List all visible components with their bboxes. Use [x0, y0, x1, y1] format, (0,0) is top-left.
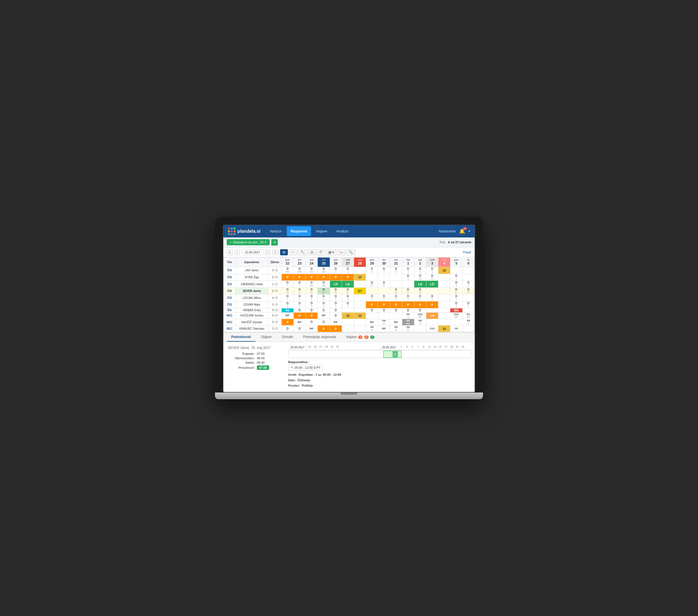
td-cell[interactable]: D1: [293, 281, 305, 288]
td-cell[interactable]: D3: [462, 281, 474, 288]
td-cell[interactable]: D10BR: [414, 312, 426, 319]
td-cell-empty[interactable]: [462, 326, 474, 332]
td-cell-empty[interactable]: [438, 281, 450, 288]
view-tool-button[interactable]: 🔧: [298, 249, 307, 255]
td-cell[interactable]: D: [402, 308, 414, 312]
td-cell-num[interactable]: 10: [438, 267, 450, 274]
td-cell[interactable]: D3: [402, 267, 414, 274]
td-cell-10[interactable]: 10: [342, 312, 354, 319]
td-emp-kaucic[interactable]: KAUČIČ Damjan: [236, 319, 268, 326]
td-cell-p[interactable]: P: [378, 301, 390, 309]
td-cell-empty[interactable]: [426, 308, 438, 312]
prev-button[interactable]: ‹: [235, 249, 240, 255]
td-cell-empty[interactable]: [354, 326, 366, 332]
td-cell[interactable]: D2: [281, 295, 293, 301]
nav-najave[interactable]: Najave: [312, 226, 331, 236]
nav-user-dropdown[interactable]: ▾: [469, 229, 470, 233]
view-clock-button[interactable]: ⏱: [317, 249, 325, 255]
td-cell-d8inv[interactable]: D8INV: [402, 319, 414, 326]
td-cell[interactable]: D: [306, 319, 318, 326]
td-cell[interactable]: DPT: [281, 287, 293, 295]
td-cell-p[interactable]: P: [293, 312, 305, 319]
td-cell-10r[interactable]: 10R: [426, 312, 438, 319]
nav-bell[interactable]: 🔔 2: [459, 228, 465, 234]
td-cell[interactable]: D: [390, 308, 402, 312]
td-cell-dot[interactable]: ·: [390, 312, 402, 319]
td-cell[interactable]: D: [318, 308, 330, 312]
td-cell-bn[interactable]: BN: [450, 308, 462, 312]
view-arrow-button[interactable]: ↔: [289, 249, 297, 255]
td-cell[interactable]: DPT: [342, 287, 354, 295]
td-cell-ld[interactable]: LD: [342, 281, 354, 288]
td-cell[interactable]: P8B: [390, 326, 402, 332]
td-cell[interactable]: D3: [281, 301, 293, 309]
td-cell[interactable]: DPT: [330, 287, 342, 295]
td-cell-p[interactable]: P: [318, 326, 330, 332]
td-cell[interactable]: D: [293, 326, 305, 332]
view-table-button[interactable]: ▦ ▾: [326, 249, 336, 255]
td-cell[interactable]: D3: [318, 301, 330, 309]
td-cell[interactable]: BIF: [390, 319, 402, 326]
td-cell[interactable]: BIF: [366, 319, 378, 326]
td-cell-empty[interactable]: [438, 308, 450, 312]
td-cell[interactable]: D3: [293, 301, 305, 309]
next-next-button[interactable]: »: [272, 249, 278, 255]
td-cell[interactable]: D: [318, 319, 330, 326]
td-cell-dot[interactable]: ·: [426, 287, 438, 295]
td-cell-p[interactable]: P: [366, 301, 378, 309]
td-cell[interactable]: D10BR: [450, 312, 462, 319]
td-cell-p[interactable]: P: [342, 274, 354, 281]
td-cell[interactable]: DPT: [414, 287, 426, 295]
td-cell-ld[interactable]: LD: [330, 281, 342, 288]
td-cell-empty[interactable]: [462, 267, 474, 274]
td-cell[interactable]: P8B: [414, 319, 426, 326]
publish-dropdown-button[interactable]: ▾: [271, 239, 278, 246]
td-cell[interactable]: D1: [330, 267, 342, 274]
td-cell-empty[interactable]: [342, 308, 354, 312]
td-cell-dot[interactable]: ·: [366, 312, 378, 319]
td-cell[interactable]: D2: [462, 301, 474, 309]
td-cell[interactable]: DPRI: [293, 267, 305, 274]
td-cell[interactable]: D2: [402, 295, 414, 301]
td-cell[interactable]: P6B: [402, 312, 414, 319]
td-cell[interactable]: D3: [330, 301, 342, 309]
td-cell-d7[interactable]: D7: [354, 287, 366, 295]
td-cell-empty[interactable]: [354, 308, 366, 312]
td-cell-empty[interactable]: [354, 301, 366, 309]
td-cell[interactable]: DPT: [378, 281, 390, 288]
td-cell-empty[interactable]: [342, 319, 354, 326]
td-cell-empty[interactable]: [438, 287, 450, 295]
td-cell-p[interactable]: P: [293, 274, 305, 281]
nav-analiza[interactable]: Analiza: [332, 226, 352, 236]
td-cell-p[interactable]: P: [402, 301, 414, 309]
td-emp-lah[interactable]: LAH Janez: [236, 267, 268, 274]
td-cell-10[interactable]: 10: [354, 274, 366, 281]
td-cell[interactable]: DPT: [293, 287, 305, 295]
td-cell-p[interactable]: P: [306, 274, 318, 281]
td-cell-dot[interactable]: ·: [390, 274, 402, 281]
td-cell[interactable]: BIF: [318, 312, 330, 319]
td-cell[interactable]: DLD: [414, 274, 426, 281]
tab-preverjanje[interactable]: Preverjanje razporeda: [298, 333, 340, 342]
td-cell[interactable]: DDN: [306, 281, 318, 288]
td-cell-empty[interactable]: [438, 312, 450, 319]
td-cell[interactable]: D: [281, 326, 293, 332]
tab-osnutki[interactable]: Osnutki: [277, 333, 298, 342]
tab-podrobnosti[interactable]: Podrobnosti: [227, 333, 255, 342]
td-cell[interactable]: D2: [342, 295, 354, 301]
td-cell-p[interactable]: P: [390, 301, 402, 309]
td-cell-empty[interactable]: [438, 319, 450, 326]
td-cell[interactable]: D1BF: [462, 312, 474, 319]
td-emp-hribar[interactable]: HRIBAR Erika: [236, 308, 268, 312]
td-cell[interactable]: D3: [390, 267, 402, 274]
td-cell-empty[interactable]: [450, 319, 462, 326]
td-emp-lesjak[interactable]: LESJAK Milica: [236, 295, 268, 301]
next-button[interactable]: ›: [265, 249, 270, 255]
td-cell[interactable]: D3: [378, 267, 390, 274]
td-cell-empty[interactable]: [426, 319, 438, 326]
td-cell-p[interactable]: P: [318, 274, 330, 281]
td-cell[interactable]: D3: [414, 267, 426, 274]
prev-prev-button[interactable]: «: [227, 249, 233, 255]
td-cell[interactable]: D3: [366, 267, 378, 274]
td-cell[interactable]: P8B: [366, 326, 378, 332]
